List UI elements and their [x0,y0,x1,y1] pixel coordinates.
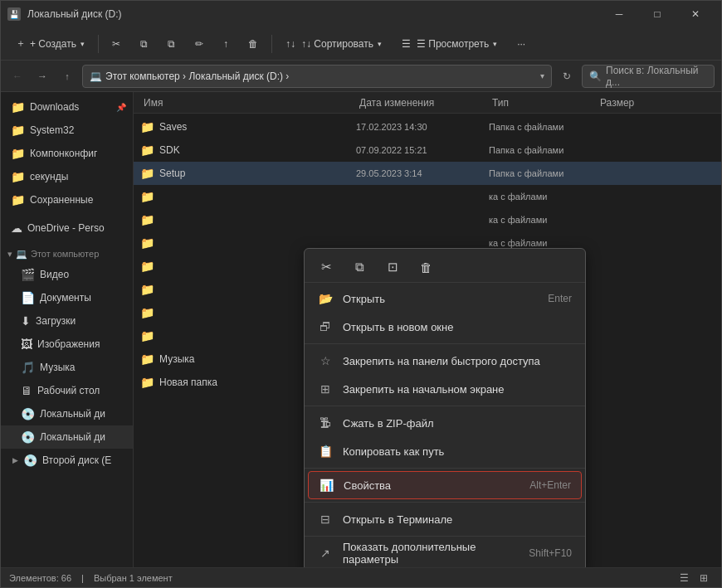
sidebar-item-system32[interactable]: 📁 System32 [1,119,133,142]
create-icon: ＋ [16,36,26,51]
statusbar: Элементов: 66 | Выбран 1 элемент ☰ ⊞ [1,567,721,587]
paste-icon: ⊡ [388,260,398,275]
address-computer-icon: 💻 [90,70,102,82]
table-row-selected[interactable]: 📁Setup 29.05.2023 3:14 Папка с файлами [134,162,721,185]
minimize-button[interactable]: ─ [600,1,638,27]
pin-icon: ☆ [318,354,333,367]
ctx-item-open-new[interactable]: 🗗 Открыть в новом окне [305,313,585,341]
ctx-item-terminal[interactable]: ⊟ Открыть в Терминале [305,505,585,533]
list-view-button[interactable]: ☰ [675,571,693,586]
back-button[interactable]: ← [7,66,27,86]
col-header-name[interactable]: Имя [140,97,356,109]
refresh-button[interactable]: ↻ [557,66,577,86]
create-label: + Создать [30,38,76,50]
sidebar-group-computer[interactable]: ▾ 💻 Этот компьютер [1,245,133,263]
sort-button[interactable]: ↑↓ ↑↓ Сортировать ▾ [277,32,390,56]
cut-icon: ✂ [321,260,332,275]
ctx-item-more-options[interactable]: ↗ Показать дополнительные параметры Shif… [305,539,585,567]
close-button[interactable]: ✕ [676,1,715,27]
sidebar-item-label: Документы [40,292,126,304]
share-button[interactable]: ↑ [215,32,237,56]
copy-icon: ⧉ [355,260,364,275]
create-chevron-icon: ▾ [80,40,85,48]
sidebar-item-downloads2[interactable]: ⬇ Загрузки [1,309,133,333]
file-name: Saves [159,121,187,133]
sidebar-item-desktop[interactable]: 🖥 Рабочий стол [1,379,133,402]
sidebar-item-local-c[interactable]: 💿 Локальный ди [1,402,133,425]
file-name: Новая папка [159,377,217,388]
copy-icon: ⧉ [140,38,148,50]
sidebar-item-seconds[interactable]: 📁 секунды [1,165,133,188]
ctx-item-label: Закрепить на начальном экране [343,383,572,396]
sort-chevron-icon: ▾ [378,40,382,48]
rename-button[interactable]: ✏ [187,32,212,56]
search-box[interactable]: 🔍 Поиск в: Локальный д... [582,65,715,88]
rename-icon: ✏ [195,38,203,50]
file-date: 17.02.2023 14:30 [356,122,489,132]
sidebar-item-video[interactable]: 🎬 Видео [1,263,133,286]
content-area: Имя Дата изменения Тип Размер 📁Saves 17.… [134,92,721,567]
ctx-delete-button[interactable]: 🗑 [414,255,437,279]
ctx-item-properties[interactable]: 📊 Свойства Alt+Enter [308,471,582,499]
table-row[interactable]: 📁SDK 07.09.2022 15:21 Папка с файлами [134,138,721,162]
titlebar: 💾 Локальный диск (D:) ─ □ ✕ [1,1,721,27]
open-new-icon: 🗗 [318,320,333,333]
sidebar-item-downloads[interactable]: 📁 Downloads 📌 [1,95,133,119]
sidebar-item-local-d[interactable]: 💿 Локальный ди [1,425,133,449]
terminal-icon: ⊟ [318,513,333,526]
ctx-item-zip[interactable]: 🗜 Сжать в ZIP-файл [305,409,585,437]
file-type: ка с файлами [489,238,597,248]
table-row[interactable]: 📁 ка с файлами [134,208,721,231]
more-button[interactable]: ··· [509,32,534,56]
sidebar-item-saved[interactable]: 📁 Сохраненные [1,188,133,211]
col-header-size[interactable]: Размер [597,97,663,109]
folder-icon: 📁 [11,170,25,183]
grid-view-button[interactable]: ⊞ [695,571,713,586]
col-header-date[interactable]: Дата изменения [356,97,489,109]
statusbar-separator: | [81,573,84,583]
ctx-item-pin-quick[interactable]: ☆ Закрепить на панели быстрого доступа [305,347,585,375]
ctx-item-copy-path[interactable]: 📋 Копировать как путь [305,437,585,465]
ctx-item-label: Показать дополнительные параметры [343,541,519,566]
view-button[interactable]: ☰ ☰ Просмотреть ▾ [393,32,505,56]
sidebar-item-docs[interactable]: 📄 Документы [1,286,133,309]
search-icon: 🔍 [589,70,602,82]
sidebar-item-onedrive[interactable]: ☁ OneDrive - Perso [1,216,133,240]
sidebar-item-label: Музыка [40,362,126,373]
create-button[interactable]: ＋ + Создать ▾ [7,32,93,56]
sidebar-item-kompkonfig[interactable]: 📁 Компонконфиг [1,142,133,165]
cut-button[interactable]: ✂ [104,32,129,56]
ctx-copy-button[interactable]: ⧉ [348,255,371,279]
folder-icon: 📁 [140,352,154,366]
folder-icon: 📁 [140,376,154,389]
up-button[interactable]: ↑ [57,66,77,86]
computer-icon: 💻 [16,249,27,260]
file-type: ка с файлами [489,192,597,202]
sidebar-item-images[interactable]: 🖼 Изображения [1,333,133,356]
sidebar-item-label: Локальный ди [40,408,126,420]
image-icon: 🖼 [21,338,32,351]
view-chevron-icon: ▾ [493,40,497,48]
file-date: 29.05.2023 3:14 [356,168,489,178]
col-header-type[interactable]: Тип [489,97,597,109]
ctx-item-pin-start[interactable]: ⊞ Закрепить на начальном экране [305,375,585,403]
sidebar-item-music[interactable]: 🎵 Музыка [1,356,133,379]
ctx-cut-button[interactable]: ✂ [315,255,338,279]
cut-icon: ✂ [112,38,120,50]
forward-button[interactable]: → [32,66,52,86]
delete-button[interactable]: 🗑 [240,32,266,56]
sidebar-item-disk-e[interactable]: ▶ 💿 Второй диск (E [1,449,133,472]
ctx-item-label: Закрепить на панели быстрого доступа [343,355,572,367]
folder-icon: 📁 [140,167,154,180]
table-row[interactable]: 📁 ка с файлами [134,185,721,208]
folder-icon: 📁 [140,120,154,134]
paste-button[interactable]: ⧉ [159,32,183,56]
table-row[interactable]: 📁Saves 17.02.2023 14:30 Папка с файлами [134,115,721,138]
sort-label: ↑↓ Сортировать [301,38,373,50]
ctx-item-open[interactable]: 📂 Открыть Enter [305,284,585,313]
ctx-paste-button[interactable]: ⊡ [381,255,404,279]
maximize-button[interactable]: □ [638,1,676,27]
copy-button[interactable]: ⧉ [132,32,156,56]
docs-icon: 📄 [21,291,35,304]
address-box[interactable]: 💻 Этот компьютер › Локальный диск (D:) ›… [82,65,552,88]
